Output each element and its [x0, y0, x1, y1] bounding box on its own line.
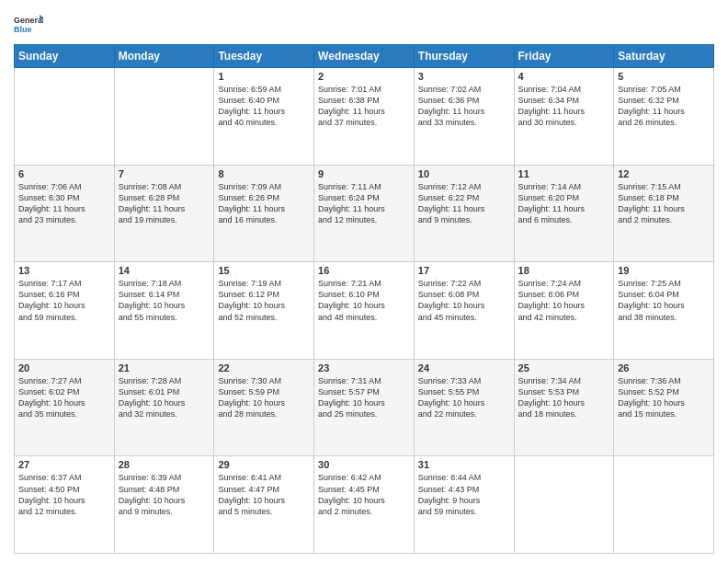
day-info: Sunrise: 7:09 AM Sunset: 6:26 PM Dayligh…	[218, 181, 310, 226]
day-number: 18	[518, 265, 610, 276]
day-number: 22	[218, 362, 310, 373]
day-info: Sunrise: 7:36 AM Sunset: 5:52 PM Dayligh…	[618, 375, 710, 420]
calendar-day-cell: 12Sunrise: 7:15 AM Sunset: 6:18 PM Dayli…	[614, 165, 714, 262]
day-number: 24	[418, 362, 510, 373]
day-number: 23	[318, 362, 410, 373]
day-number: 5	[618, 71, 710, 82]
calendar-weekday-header: Sunday	[15, 45, 115, 68]
calendar-day-cell: 8Sunrise: 7:09 AM Sunset: 6:26 PM Daylig…	[214, 165, 314, 262]
day-info: Sunrise: 7:11 AM Sunset: 6:24 PM Dayligh…	[318, 181, 410, 226]
calendar-day-cell: 10Sunrise: 7:12 AM Sunset: 6:22 PM Dayli…	[414, 165, 514, 262]
calendar-day-cell: 14Sunrise: 7:18 AM Sunset: 6:14 PM Dayli…	[114, 262, 214, 360]
day-info: Sunrise: 7:19 AM Sunset: 6:12 PM Dayligh…	[218, 278, 310, 323]
day-number: 14	[119, 265, 210, 276]
calendar-day-cell: 24Sunrise: 7:33 AM Sunset: 5:55 PM Dayli…	[414, 359, 514, 456]
calendar-day-cell: 30Sunrise: 6:42 AM Sunset: 4:45 PM Dayli…	[314, 456, 415, 554]
day-number: 29	[218, 459, 310, 470]
day-number: 30	[318, 459, 410, 470]
calendar-day-cell: 29Sunrise: 6:41 AM Sunset: 4:47 PM Dayli…	[214, 456, 314, 554]
svg-text:General: General	[14, 16, 43, 25]
calendar-header-row: SundayMondayTuesdayWednesdayThursdayFrid…	[15, 45, 714, 68]
day-number: 10	[418, 168, 510, 179]
calendar-day-cell	[15, 68, 115, 166]
calendar-day-cell: 2Sunrise: 7:01 AM Sunset: 6:38 PM Daylig…	[314, 68, 415, 166]
day-number: 31	[418, 459, 510, 470]
day-number: 20	[18, 362, 110, 373]
calendar-day-cell: 15Sunrise: 7:19 AM Sunset: 6:12 PM Dayli…	[214, 262, 314, 360]
day-info: Sunrise: 7:04 AM Sunset: 6:34 PM Dayligh…	[518, 84, 610, 129]
calendar-week-row: 27Sunrise: 6:37 AM Sunset: 4:50 PM Dayli…	[15, 456, 714, 554]
day-number: 11	[518, 168, 610, 179]
calendar-day-cell: 23Sunrise: 7:31 AM Sunset: 5:57 PM Dayli…	[314, 359, 415, 456]
day-info: Sunrise: 6:42 AM Sunset: 4:45 PM Dayligh…	[318, 472, 410, 517]
calendar-day-cell: 5Sunrise: 7:05 AM Sunset: 6:32 PM Daylig…	[614, 68, 714, 166]
day-number: 1	[218, 71, 310, 82]
day-number: 19	[618, 265, 710, 276]
day-info: Sunrise: 7:28 AM Sunset: 6:01 PM Dayligh…	[119, 375, 210, 420]
calendar-week-row: 13Sunrise: 7:17 AM Sunset: 6:16 PM Dayli…	[15, 262, 714, 360]
day-number: 21	[119, 362, 210, 373]
calendar-day-cell: 1Sunrise: 6:59 AM Sunset: 6:40 PM Daylig…	[214, 68, 314, 166]
day-info: Sunrise: 6:37 AM Sunset: 4:50 PM Dayligh…	[18, 472, 110, 517]
calendar-weekday-header: Wednesday	[314, 45, 415, 68]
calendar-day-cell: 19Sunrise: 7:25 AM Sunset: 6:04 PM Dayli…	[614, 262, 714, 360]
day-info: Sunrise: 7:30 AM Sunset: 5:59 PM Dayligh…	[218, 375, 310, 420]
day-info: Sunrise: 7:08 AM Sunset: 6:28 PM Dayligh…	[119, 181, 210, 226]
calendar-day-cell: 26Sunrise: 7:36 AM Sunset: 5:52 PM Dayli…	[614, 359, 714, 456]
day-number: 2	[318, 71, 410, 82]
day-info: Sunrise: 6:39 AM Sunset: 4:48 PM Dayligh…	[119, 472, 210, 517]
day-info: Sunrise: 7:17 AM Sunset: 6:16 PM Dayligh…	[18, 278, 110, 323]
calendar-day-cell: 13Sunrise: 7:17 AM Sunset: 6:16 PM Dayli…	[15, 262, 115, 360]
day-info: Sunrise: 7:14 AM Sunset: 6:20 PM Dayligh…	[518, 181, 610, 226]
day-info: Sunrise: 7:27 AM Sunset: 6:02 PM Dayligh…	[18, 375, 110, 420]
day-info: Sunrise: 7:34 AM Sunset: 5:53 PM Dayligh…	[518, 375, 610, 420]
calendar-day-cell: 18Sunrise: 7:24 AM Sunset: 6:06 PM Dayli…	[514, 262, 614, 360]
calendar-week-row: 20Sunrise: 7:27 AM Sunset: 6:02 PM Dayli…	[15, 359, 714, 456]
calendar-day-cell	[514, 456, 614, 554]
calendar-day-cell: 6Sunrise: 7:06 AM Sunset: 6:30 PM Daylig…	[15, 165, 115, 262]
day-number: 26	[618, 362, 710, 373]
calendar-weekday-header: Friday	[514, 45, 614, 68]
day-info: Sunrise: 7:01 AM Sunset: 6:38 PM Dayligh…	[318, 84, 410, 129]
day-info: Sunrise: 7:24 AM Sunset: 6:06 PM Dayligh…	[518, 278, 610, 323]
calendar-day-cell: 4Sunrise: 7:04 AM Sunset: 6:34 PM Daylig…	[514, 68, 614, 166]
page: General Blue SundayMondayTuesdayWednesda…	[0, 0, 728, 563]
calendar-day-cell: 17Sunrise: 7:22 AM Sunset: 6:08 PM Dayli…	[414, 262, 514, 360]
calendar-day-cell: 22Sunrise: 7:30 AM Sunset: 5:59 PM Dayli…	[214, 359, 314, 456]
calendar-weekday-header: Thursday	[414, 45, 514, 68]
calendar-day-cell: 21Sunrise: 7:28 AM Sunset: 6:01 PM Dayli…	[114, 359, 214, 456]
day-info: Sunrise: 7:15 AM Sunset: 6:18 PM Dayligh…	[618, 181, 710, 226]
calendar-day-cell: 31Sunrise: 6:44 AM Sunset: 4:43 PM Dayli…	[414, 456, 514, 554]
day-info: Sunrise: 6:44 AM Sunset: 4:43 PM Dayligh…	[418, 472, 510, 517]
day-info: Sunrise: 7:21 AM Sunset: 6:10 PM Dayligh…	[318, 278, 410, 323]
day-number: 17	[418, 265, 510, 276]
day-number: 3	[418, 71, 510, 82]
day-number: 25	[518, 362, 610, 373]
day-info: Sunrise: 7:22 AM Sunset: 6:08 PM Dayligh…	[418, 278, 510, 323]
day-number: 8	[218, 168, 310, 179]
day-number: 15	[218, 265, 310, 276]
day-number: 4	[518, 71, 610, 82]
day-number: 16	[318, 265, 410, 276]
day-info: Sunrise: 7:02 AM Sunset: 6:36 PM Dayligh…	[418, 84, 510, 129]
day-info: Sunrise: 7:31 AM Sunset: 5:57 PM Dayligh…	[318, 375, 410, 420]
day-number: 9	[318, 168, 410, 179]
calendar-day-cell: 25Sunrise: 7:34 AM Sunset: 5:53 PM Dayli…	[514, 359, 614, 456]
calendar-day-cell: 3Sunrise: 7:02 AM Sunset: 6:36 PM Daylig…	[414, 68, 514, 166]
calendar-day-cell: 7Sunrise: 7:08 AM Sunset: 6:28 PM Daylig…	[114, 165, 214, 262]
calendar-day-cell: 11Sunrise: 7:14 AM Sunset: 6:20 PM Dayli…	[514, 165, 614, 262]
logo-svg: General Blue	[14, 9, 43, 39]
calendar-weekday-header: Saturday	[614, 45, 714, 68]
logo: General Blue	[14, 9, 43, 39]
calendar-day-cell	[114, 68, 214, 166]
header: General Blue	[14, 9, 714, 39]
calendar-table: SundayMondayTuesdayWednesdayThursdayFrid…	[14, 44, 714, 554]
day-number: 28	[119, 459, 210, 470]
day-info: Sunrise: 7:12 AM Sunset: 6:22 PM Dayligh…	[418, 181, 510, 226]
svg-text:Blue: Blue	[14, 25, 31, 34]
calendar-day-cell	[614, 456, 714, 554]
calendar-day-cell: 9Sunrise: 7:11 AM Sunset: 6:24 PM Daylig…	[314, 165, 415, 262]
day-info: Sunrise: 6:59 AM Sunset: 6:40 PM Dayligh…	[218, 84, 310, 129]
calendar-day-cell: 16Sunrise: 7:21 AM Sunset: 6:10 PM Dayli…	[314, 262, 415, 360]
day-info: Sunrise: 7:05 AM Sunset: 6:32 PM Dayligh…	[618, 84, 710, 129]
